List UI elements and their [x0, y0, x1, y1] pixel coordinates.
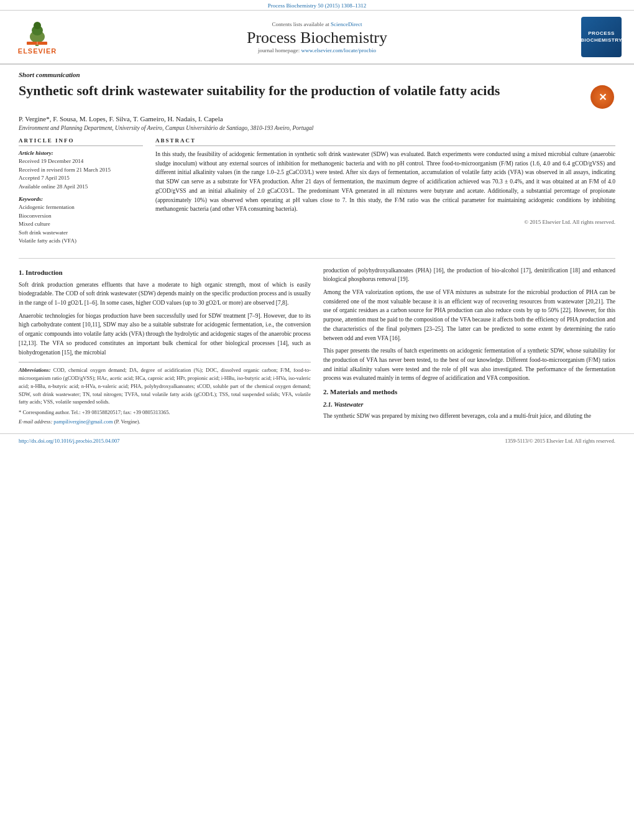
svg-point-3: [34, 22, 41, 29]
sciencedirect-link[interactable]: ScienceDirect: [331, 21, 362, 27]
right-para-1: production of polyhydroxyalkanoates (PHA…: [323, 266, 615, 284]
keywords-section: Keywords: Acidogenic fermentation Biocon…: [19, 196, 143, 246]
online-date: Available online 28 April 2015: [19, 183, 143, 192]
right-para-3: This paper presents the results of batch…: [323, 346, 615, 383]
article-history-section: Article history: Received 19 December 20…: [19, 150, 143, 191]
keyword-2: Bioconversion: [19, 212, 143, 221]
doi-section: http://dx.doi.org/10.1016/j.procbio.2015…: [19, 438, 120, 444]
received-date: Received 19 December 2014: [19, 157, 143, 166]
journal-name: Process Biochemistry: [62, 29, 572, 47]
accepted-date: Accepted 7 April 2015: [19, 174, 143, 183]
abbrev-text: COD, chemical oxygen demand; DA, degree …: [19, 367, 311, 405]
keyword-4: Soft drink wastewater: [19, 229, 143, 238]
keywords-label: Keywords:: [19, 196, 143, 202]
abbrev-label: Abbreviations:: [19, 367, 50, 373]
article-info-label: ARTICLE INFO: [19, 137, 143, 146]
contents-line: Contents lists available at ScienceDirec…: [62, 21, 572, 27]
journal-ref: Process Biochemistry 50 (2015) 1308–1312: [268, 2, 366, 9]
email-person: (P. Vergine).: [114, 418, 140, 425]
intro-para-1: Soft drink production generates effluent…: [19, 280, 311, 308]
body-col-left: 1. Introduction Soft drink production ge…: [19, 266, 311, 427]
keyword-1: Acidogenic fermentation: [19, 203, 143, 212]
authors-line: P. Vergine*, F. Sousa, M. Lopes, F. Silv…: [19, 115, 615, 122]
body-col-right: production of polyhydroxyalkanoates (PHA…: [323, 266, 615, 427]
journal-homepage: journal homepage: www.elsevier.com/locat…: [62, 47, 572, 53]
keyword-5: Volatile fatty acids (VFA): [19, 237, 143, 246]
info-abstract-row: ARTICLE INFO Article history: Received 1…: [19, 137, 615, 251]
abbreviations: Abbreviations: COD, chemical oxygen dema…: [19, 366, 311, 406]
crossmark-logo: ✕: [590, 85, 615, 110]
journal-logo-text: PROCESS BIOCHEMISTRY: [581, 30, 622, 44]
email-link[interactable]: pampilivergine@gmail.com: [53, 418, 113, 425]
article-info-col: ARTICLE INFO Article history: Received 1…: [19, 137, 143, 251]
intro-para-2: Anaerobic technologies for biogas produc…: [19, 312, 311, 358]
abstract-col: ABSTRACT In this study, the feasibility …: [155, 137, 615, 251]
email-footnote: E-mail address: pampilivergine@gmail.com…: [19, 418, 311, 426]
main-content: Short communication Synthetic soft drink…: [0, 65, 634, 433]
body-content: 1. Introduction Soft drink production ge…: [19, 266, 615, 427]
right-para-2: Among the VFA valorization options, the …: [323, 288, 615, 343]
methods-para-1: The synthetic SDW was prepared by mixing…: [323, 412, 615, 421]
history-label: Article history:: [19, 150, 143, 156]
homepage-link[interactable]: www.elsevier.com/locate/procbio: [301, 47, 376, 53]
section-divider: [19, 258, 615, 259]
affiliation: Environment and Planning Department, Uni…: [19, 125, 615, 131]
corresponding-footnote: * Corresponding author. Tel.: +39 081588…: [19, 408, 311, 417]
email-label: E-mail address:: [19, 418, 52, 425]
journal-header: ELSEVIER Contents lists available at Sci…: [0, 11, 634, 65]
footnotes: Abbreviations: COD, chemical oxygen dema…: [19, 362, 311, 425]
article-type: Short communication: [19, 71, 615, 78]
elsevier-text-label: ELSEVIER: [18, 47, 57, 55]
title-row: Synthetic soft drink wastewater suitabil…: [19, 82, 615, 110]
revised-date: Received in revised form 21 March 2015: [19, 166, 143, 175]
keyword-3: Mixed culture: [19, 220, 143, 229]
methods-sub: 2.1. Wastewater: [323, 400, 615, 410]
abstract-text: In this study, the feasibility of acidog…: [155, 150, 615, 214]
crossmark-icon: ✕: [590, 85, 614, 109]
svg-rect-4: [27, 42, 47, 45]
abstract-label: ABSTRACT: [155, 137, 615, 146]
copyright: © 2015 Elsevier Ltd. All rights reserved…: [155, 219, 615, 225]
journal-reference-bar: Process Biochemistry 50 (2015) 1308–1312: [0, 0, 634, 11]
intro-heading: 1. Introduction: [19, 267, 311, 278]
issn-section: 1359-5113/© 2015 Elsevier Ltd. All right…: [505, 438, 615, 444]
methods-heading: 2. Materials and methods: [323, 387, 615, 397]
journal-logo-box: PROCESS BIOCHEMISTRY: [581, 17, 622, 57]
journal-title-center: Contents lists available at ScienceDirec…: [62, 21, 572, 53]
elsevier-tree-icon: [21, 19, 55, 47]
authors-text: P. Vergine*, F. Sousa, M. Lopes, F. Silv…: [19, 115, 223, 122]
doi-link[interactable]: http://dx.doi.org/10.1016/j.procbio.2015…: [19, 438, 120, 444]
elsevier-logo-area: ELSEVIER: [12, 19, 62, 55]
journal-logo-area: PROCESS BIOCHEMISTRY: [572, 17, 622, 57]
article-title: Synthetic soft drink wastewater suitabil…: [19, 82, 584, 100]
bottom-bar: http://dx.doi.org/10.1016/j.procbio.2015…: [0, 433, 634, 448]
